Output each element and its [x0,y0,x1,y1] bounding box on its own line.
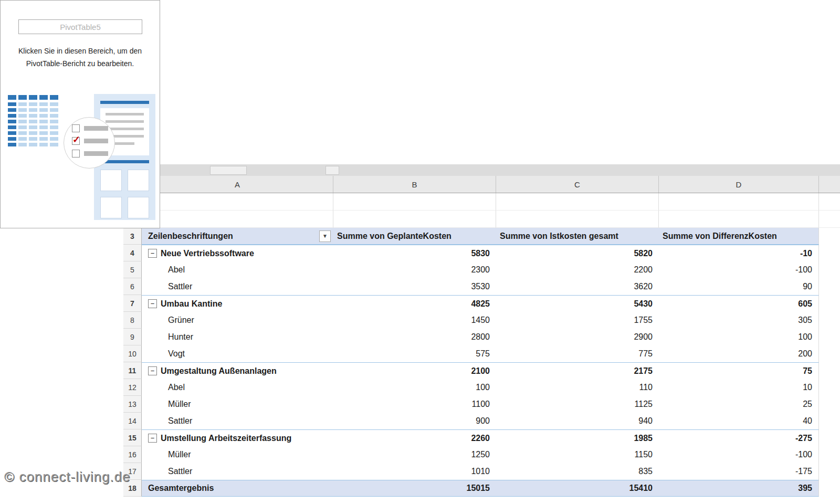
pivot-value-cell[interactable]: 5820 [496,245,659,261]
sheet-cell[interactable] [333,193,496,211]
sheet-cell[interactable] [819,278,840,295]
pivot-value-cell[interactable]: -175 [659,463,819,480]
pivot-row-label-cell[interactable]: Müller [142,396,333,413]
pivot-value-cell[interactable]: 575 [333,345,496,362]
pivot-row-label-cell[interactable]: −Neue Vertriebssoftware [142,245,333,261]
pivot-col-header-geplantekosten[interactable]: Summe von GeplanteKosten [333,228,496,245]
sheet-cell[interactable] [819,345,840,362]
pivot-value-cell[interactable]: 90 [659,278,819,295]
pivot-value-cell[interactable]: 1010 [333,463,496,480]
pivot-value-cell[interactable]: 1250 [333,446,496,463]
sheet-cell[interactable] [819,396,840,413]
row-number[interactable]: 13 [123,396,142,413]
pivot-row-label-cell[interactable]: −Umgestaltung Außenanlagen [142,362,333,379]
pivot-value-cell[interactable]: 25 [659,396,819,413]
sheet-cell[interactable] [819,312,840,329]
column-header-a[interactable]: A [142,176,333,193]
sheet-cell[interactable] [819,228,840,245]
sheet-cell[interactable] [819,446,840,463]
pivot-value-cell[interactable]: 1150 [496,446,659,463]
pivot-value-cell[interactable]: 3530 [333,278,496,295]
collapse-button[interactable]: − [148,249,157,258]
sheet-cell[interactable] [142,211,333,228]
pivot-row-label-cell[interactable]: Gesamtergebnis [142,480,333,497]
row-number[interactable]: 9 [123,329,142,345]
sheet-cell[interactable] [819,295,840,312]
pivottable-placeholder-panel[interactable]: PivotTable5 Klicken Sie in diesen Bereic… [0,0,160,228]
pivot-row-label-cell[interactable]: Abel [142,379,333,396]
pivot-value-cell[interactable]: 775 [496,345,659,362]
pivot-value-cell[interactable]: 2300 [333,261,496,278]
pivot-row-label-cell[interactable]: Müller [142,446,333,463]
pivot-value-cell[interactable]: 1100 [333,396,496,413]
pivot-value-cell[interactable]: 40 [659,413,819,429]
column-header-d[interactable]: D [659,176,819,193]
row-number[interactable]: 12 [123,379,142,396]
collapse-button[interactable]: − [148,434,157,443]
pivot-value-cell[interactable]: 100 [333,379,496,396]
pivot-col-header-differenzkosten[interactable]: Summe von DifferenzKosten [659,228,819,245]
row-number[interactable]: 4 [123,245,142,261]
pivot-value-cell[interactable]: 3620 [496,278,659,295]
column-header-c[interactable]: C [496,176,659,193]
sheet-cell[interactable] [819,245,840,261]
sheet-cell[interactable] [659,193,819,211]
pivot-value-cell[interactable]: 395 [659,480,819,497]
sheet-cell[interactable] [819,362,840,379]
sheet-cell[interactable] [333,211,496,228]
filter-dropdown-button[interactable]: ▼ [319,230,331,242]
pivot-row-label-cell[interactable]: −Umbau Kantine [142,295,333,312]
sheet-cell[interactable] [819,480,840,497]
column-header-b[interactable]: B [333,176,496,193]
pivot-value-cell[interactable]: 100 [659,329,819,345]
pivot-value-cell[interactable]: 2800 [333,329,496,345]
row-number[interactable]: 8 [123,312,142,329]
pivot-value-cell[interactable]: 2175 [496,362,659,379]
pivot-row-label-cell[interactable]: Hunter [142,329,333,345]
pivot-value-cell[interactable]: 15015 [333,480,496,497]
pivot-value-cell[interactable]: 835 [496,463,659,480]
pivot-value-cell[interactable]: 2260 [333,429,496,446]
pivot-value-cell[interactable]: 5830 [333,245,496,261]
pivot-value-cell[interactable]: 5430 [496,295,659,312]
row-number[interactable]: 15 [123,429,142,446]
row-number[interactable]: 3 [123,228,142,245]
pivot-value-cell[interactable]: 940 [496,413,659,429]
row-number[interactable]: 16 [123,446,142,463]
sheet-cell[interactable] [819,329,840,345]
row-number[interactable]: 7 [123,295,142,312]
sheet-cell[interactable] [496,211,659,228]
collapse-button[interactable]: − [148,299,157,308]
sheet-cell[interactable] [819,211,840,228]
pivot-row-label-cell[interactable]: Vogt [142,345,333,362]
row-number[interactable]: 14 [123,413,142,429]
pivot-value-cell[interactable]: 2200 [496,261,659,278]
pivot-value-cell[interactable]: 1450 [333,312,496,329]
sheet-cell[interactable] [819,413,840,429]
pivot-value-cell[interactable]: -10 [659,245,819,261]
row-number[interactable]: 6 [123,278,142,295]
pivot-value-cell[interactable]: 110 [496,379,659,396]
pivot-value-cell[interactable]: -275 [659,429,819,446]
pivot-col-header-istkosten[interactable]: Summe von Istkosten gesamt [496,228,659,245]
sheet-cell[interactable] [496,193,659,211]
pivot-value-cell[interactable]: 605 [659,295,819,312]
pivot-row-labels-header-cell[interactable]: Zeilenbeschriftungen ▼ [142,228,333,245]
pivot-value-cell[interactable]: 200 [659,345,819,362]
pivot-value-cell[interactable]: 2900 [496,329,659,345]
pivot-value-cell[interactable]: 75 [659,362,819,379]
pivot-value-cell[interactable]: 1985 [496,429,659,446]
pivot-row-label-cell[interactable]: Sattler [142,413,333,429]
row-number[interactable]: 11 [123,362,142,379]
pivot-row-label-cell[interactable]: Sattler [142,463,333,480]
pivot-value-cell[interactable]: 1125 [496,396,659,413]
pivot-row-label-cell[interactable]: Abel [142,261,333,278]
collapse-button[interactable]: − [148,366,157,375]
row-number[interactable]: 5 [123,261,142,278]
pivot-value-cell[interactable]: -100 [659,261,819,278]
pivot-row-label-cell[interactable]: Sattler [142,278,333,295]
pivot-value-cell[interactable]: 900 [333,413,496,429]
pivot-value-cell[interactable]: 2100 [333,362,496,379]
sheet-cell[interactable] [142,193,333,211]
column-header-partial[interactable] [819,176,840,193]
